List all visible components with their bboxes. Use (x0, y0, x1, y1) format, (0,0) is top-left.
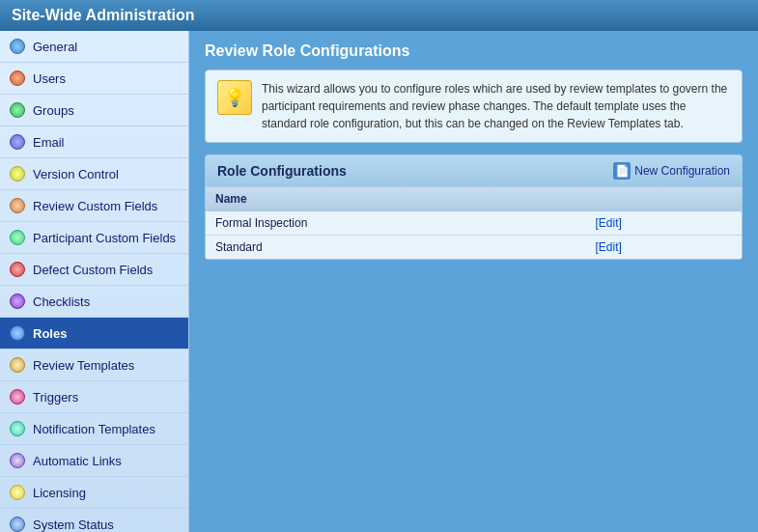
sidebar-label-triggers: Triggers (33, 390, 78, 405)
sidebar-label-email: Email (33, 135, 65, 150)
sidebar-label-licensing: Licensing (33, 486, 86, 500)
sidebar-item-system-status[interactable]: System Status (0, 509, 188, 532)
sidebar-label-participant-custom-fields: Participant Custom Fields (33, 231, 176, 245)
version-icon (8, 164, 27, 183)
notif-icon (8, 419, 27, 438)
content-area: Review Role Configurations 💡 This wizard… (189, 31, 758, 532)
row-name-0: Formal Inspection (206, 211, 585, 236)
licensing-icon (8, 483, 27, 502)
review-icon (8, 196, 27, 215)
sidebar-label-review-custom-fields: Review Custom Fields (33, 199, 157, 213)
col-name: Name (206, 187, 585, 211)
triggers-icon (8, 387, 27, 406)
sidebar-item-notification-templates[interactable]: Notification Templates (0, 413, 188, 445)
users-icon (8, 69, 27, 88)
sidebar-item-version-control[interactable]: Version Control (0, 158, 188, 190)
edit-link-0[interactable]: [Edit] (595, 216, 621, 230)
sidebar-label-system-status: System Status (33, 518, 114, 532)
roles-icon (8, 323, 27, 343)
sidebar-label-automatic-links: Automatic Links (33, 454, 122, 468)
panel-title: Role Configurations (217, 163, 347, 179)
sidebar-item-review-templates[interactable]: Review Templates (0, 350, 188, 381)
app-header: Site-Wide Administration (0, 0, 758, 31)
app-title: Site-Wide Administration (12, 7, 195, 24)
sidebar-label-checklists: Checklists (33, 294, 90, 309)
status-icon (8, 515, 27, 532)
panel-header: Role Configurations 📄 New Configuration (206, 155, 742, 187)
auto-icon (8, 451, 27, 470)
sidebar-item-checklists[interactable]: Checklists (0, 286, 188, 318)
sidebar-item-triggers[interactable]: Triggers (0, 381, 188, 413)
sidebar-item-defect-custom-fields[interactable]: Defect Custom Fields (0, 254, 188, 286)
sidebar-item-users[interactable]: Users (0, 63, 188, 95)
templates-icon (8, 355, 27, 375)
sidebar-label-version-control: Version Control (33, 167, 119, 182)
checklists-icon (8, 292, 27, 311)
main-layout: GeneralUsersGroupsEmailVersion ControlRe… (0, 31, 758, 532)
sidebar-item-participant-custom-fields[interactable]: Participant Custom Fields (0, 222, 188, 254)
sidebar-item-groups[interactable]: Groups (0, 95, 188, 126)
edit-link-1[interactable]: [Edit] (595, 240, 621, 254)
email-icon (8, 132, 27, 152)
table-row: Formal Inspection[Edit] (206, 211, 742, 236)
sidebar-item-email[interactable]: Email (0, 126, 188, 158)
sidebar-label-defect-custom-fields: Defect Custom Fields (33, 263, 153, 277)
sidebar-item-automatic-links[interactable]: Automatic Links (0, 445, 188, 477)
sidebar-label-review-templates: Review Templates (33, 358, 134, 373)
role-configurations-panel: Role Configurations 📄 New Configuration … (205, 154, 743, 260)
sidebar-item-review-custom-fields[interactable]: Review Custom Fields (0, 190, 188, 222)
sidebar-label-notification-templates: Notification Templates (33, 422, 155, 436)
sidebar-label-roles: Roles (33, 326, 67, 341)
sidebar-label-general: General (33, 40, 77, 54)
defect-icon (8, 260, 27, 279)
info-text: This wizard allows you to configure role… (262, 80, 730, 132)
groups-icon (8, 100, 27, 120)
sidebar-label-groups: Groups (33, 103, 74, 118)
sidebar-label-users: Users (33, 71, 66, 86)
col-action (585, 187, 742, 211)
new-configuration-button[interactable]: 📄 New Configuration (613, 162, 730, 180)
configurations-table: Name Formal Inspection[Edit]Standard[Edi… (206, 187, 742, 259)
info-box: 💡 This wizard allows you to configure ro… (205, 70, 743, 143)
new-config-label: New Configuration (634, 164, 730, 178)
row-name-1: Standard (206, 236, 585, 260)
page-title: Review Role Configurations (205, 42, 743, 60)
sidebar: GeneralUsersGroupsEmailVersion ControlRe… (0, 31, 189, 532)
sidebar-item-licensing[interactable]: Licensing (0, 477, 188, 509)
sidebar-item-general[interactable]: General (0, 31, 188, 63)
sidebar-item-roles[interactable]: Roles (0, 318, 188, 350)
participant-icon (8, 228, 27, 247)
info-icon: 💡 (217, 80, 252, 115)
new-config-icon: 📄 (613, 162, 631, 180)
general-icon (8, 37, 27, 56)
table-row: Standard[Edit] (206, 236, 742, 260)
